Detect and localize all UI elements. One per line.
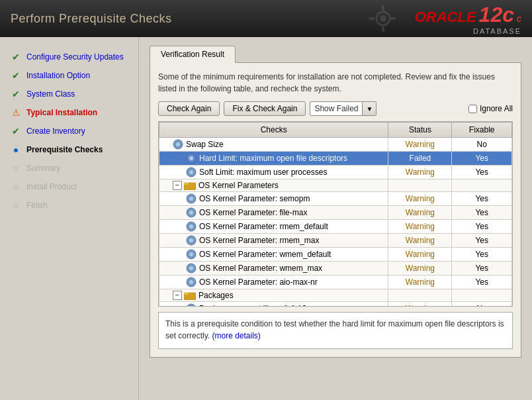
row-name: Hard Limit: maximum open file descriptor… xyxy=(199,154,347,163)
sidebar-item-typical-installation[interactable]: ⚠ Typical Installation xyxy=(0,103,138,122)
folder-icon xyxy=(184,291,196,300)
row-fixable xyxy=(452,289,512,302)
node-icon xyxy=(186,153,197,164)
sidebar-item-prerequisite-checks[interactable]: ● Prerequisite Checks xyxy=(0,140,138,159)
row-name: OS Kernel Parameter: semopm xyxy=(199,194,310,203)
svg-point-19 xyxy=(189,225,193,228)
row-status: Warning xyxy=(388,220,452,234)
node-icon xyxy=(186,235,197,246)
sidebar-item-create-inventory[interactable]: ✔ Create Inventory xyxy=(0,122,138,140)
table-row[interactable]: OS Kernel Parameter: rmem_maxWarningYes xyxy=(159,234,512,248)
row-status: Failed xyxy=(388,152,452,166)
tab-verification-result[interactable]: Verification Result xyxy=(150,46,236,63)
page-title: Perform Prerequisite Checks xyxy=(11,12,172,26)
sidebar-item-summary: ○ Summary xyxy=(0,159,138,177)
version-text: 12c xyxy=(479,3,514,27)
node-icon xyxy=(186,193,197,204)
svg-point-30 xyxy=(187,304,196,307)
row-status: Warning xyxy=(388,302,452,307)
row-status: Warning xyxy=(388,275,452,289)
sidebar-item-installation-option[interactable]: ✔ Installation Option xyxy=(0,66,138,85)
table-row[interactable]: OS Kernel Parameter: aio-max-nrWarningYe… xyxy=(159,275,512,289)
svg-rect-4 xyxy=(369,17,375,20)
svg-point-17 xyxy=(189,211,193,215)
tab-label: Verification Result xyxy=(161,50,224,59)
table-row[interactable]: OS Kernel Parameter: wmem_defaultWarning… xyxy=(159,248,512,262)
row-name: Package: compat-libcap1-1.10 xyxy=(199,304,306,307)
table-row[interactable]: Swap SizeWarningNo xyxy=(159,138,512,152)
row-fixable: No xyxy=(452,302,512,307)
sidebar-label-install-product: Install Product xyxy=(26,182,77,191)
row-fixable: Yes xyxy=(452,220,512,234)
row-fixable: Yes xyxy=(452,192,512,206)
expand-icon[interactable]: − xyxy=(173,291,182,300)
row-fixable: Yes xyxy=(452,262,512,275)
row-fixable: No xyxy=(452,138,512,152)
row-status: Warning xyxy=(388,234,452,248)
toolbar: Check Again Fix & Check Again Show Faile… xyxy=(158,101,513,116)
svg-point-25 xyxy=(189,266,193,270)
row-fixable: Yes xyxy=(452,234,512,248)
node-icon xyxy=(186,249,197,260)
check-icon-3: ✔ xyxy=(11,89,21,99)
sidebar-item-system-class[interactable]: ✔ System Class xyxy=(0,85,138,103)
sidebar: ✔ Configure Security Updates ✔ Installat… xyxy=(0,37,139,400)
database-text: DATABASE xyxy=(473,27,521,35)
ignore-all-checkbox-area[interactable]: Ignore All xyxy=(468,104,513,113)
show-failed-dropdown[interactable]: Show Failed ▼ xyxy=(310,101,377,116)
fix-check-again-button[interactable]: Fix & Check Again xyxy=(224,101,306,116)
node-icon xyxy=(186,167,197,177)
table-row[interactable]: OS Kernel Parameter: semopmWarningYes xyxy=(159,192,512,206)
row-fixable: Yes xyxy=(452,166,512,179)
sidebar-link-system-class[interactable]: System Class xyxy=(26,89,75,99)
node-icon xyxy=(186,277,197,287)
sidebar-label-finish: Finish xyxy=(26,201,48,210)
sidebar-item-configure-security[interactable]: ✔ Configure Security Updates xyxy=(0,48,138,66)
check-again-button[interactable]: Check Again xyxy=(158,101,220,116)
sidebar-item-install-product: ○ Install Product xyxy=(0,177,138,196)
svg-point-7 xyxy=(176,142,180,146)
checks-table-scroll[interactable]: Checks Status Fixable Swap SizeWarningNo… xyxy=(158,121,513,307)
row-name: Packages xyxy=(199,291,234,300)
detail-description-box: This is a prerequisite condition to test… xyxy=(158,312,513,349)
ignore-all-checkbox[interactable] xyxy=(468,105,477,113)
row-fixable: Yes xyxy=(452,248,512,262)
dropdown-arrow-icon[interactable]: ▼ xyxy=(362,102,376,115)
row-status: Warning xyxy=(388,248,452,262)
table-row[interactable]: OS Kernel Parameter: wmem_maxWarningYes xyxy=(159,262,512,275)
check-icon-2: ✔ xyxy=(11,70,21,81)
row-name: OS Kernel Parameter: file-max xyxy=(199,208,307,217)
table-row[interactable]: OS Kernel Parameter: file-maxWarningYes xyxy=(159,206,512,220)
table-row[interactable]: Hard Limit: maximum open file descriptor… xyxy=(159,152,512,166)
row-name: OS Kernel Parameters xyxy=(199,181,279,190)
sidebar-link-create-inventory[interactable]: Create Inventory xyxy=(26,126,85,136)
dropdown-value: Show Failed xyxy=(310,103,362,115)
row-name: OS Kernel Parameter: wmem_default xyxy=(199,250,331,259)
table-row[interactable]: −Packages xyxy=(159,289,512,302)
table-row[interactable]: Package: compat-libcap1-1.10WarningNo xyxy=(159,302,512,307)
row-status: Warning xyxy=(388,166,452,179)
panel: Some of the minimum requirements for ins… xyxy=(150,62,521,358)
node-icon xyxy=(186,207,197,218)
version-c: c xyxy=(517,13,521,24)
sidebar-link-installation-option[interactable]: Installation Option xyxy=(26,71,90,80)
col-status: Status xyxy=(388,123,452,138)
content-area: Verification Result Some of the minimum … xyxy=(139,37,532,400)
sidebar-link-configure-security[interactable]: Configure Security Updates xyxy=(26,52,124,62)
row-fixable: Yes xyxy=(452,275,512,289)
more-details-link[interactable]: (more details) xyxy=(212,331,260,340)
svg-rect-29 xyxy=(184,293,189,295)
sidebar-item-finish: ○ Finish xyxy=(0,196,138,215)
expand-icon[interactable]: − xyxy=(173,181,182,190)
header: Perform Prerequisite Checks ORACLE 12c c… xyxy=(0,0,532,37)
svg-point-27 xyxy=(189,280,193,284)
table-row[interactable]: Soft Limit: maximum user processesWarnin… xyxy=(159,166,512,179)
table-row[interactable]: −OS Kernel Parameters xyxy=(159,179,512,192)
row-status: Warning xyxy=(388,262,452,275)
row-status: Warning xyxy=(388,192,452,206)
row-name: OS Kernel Parameter: aio-max-nr xyxy=(199,277,318,287)
row-fixable xyxy=(452,179,512,192)
table-row[interactable]: OS Kernel Parameter: rmem_defaultWarning… xyxy=(159,220,512,234)
sidebar-link-typical-installation[interactable]: Typical Installation xyxy=(26,108,97,117)
svg-rect-13 xyxy=(184,183,189,185)
